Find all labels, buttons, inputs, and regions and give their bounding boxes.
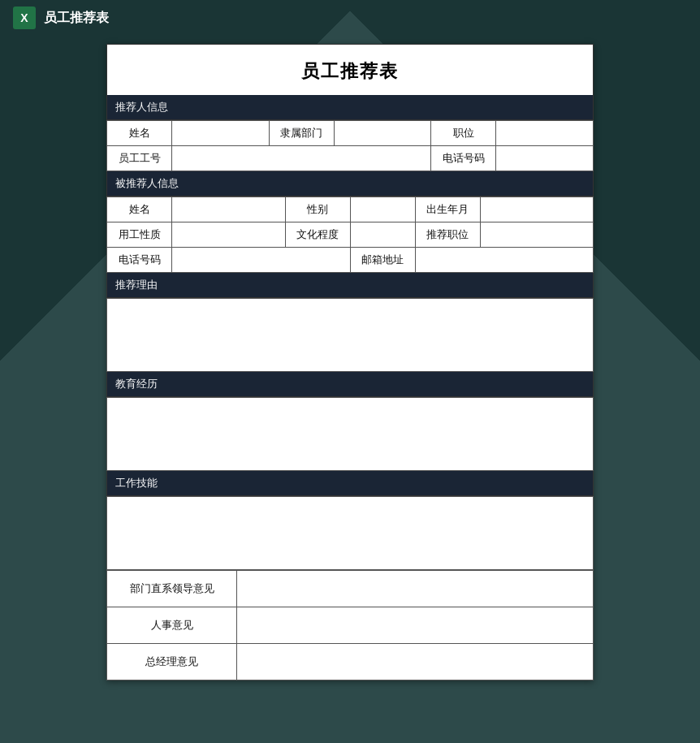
table-row: 姓名 性别 出生年月 bbox=[107, 197, 594, 222]
skills-table bbox=[106, 496, 594, 570]
opinions-table: 部门直系领导意见 人事意见 总经理意见 bbox=[106, 570, 594, 680]
table-row: 员工工号 电话号码 bbox=[107, 146, 594, 171]
table-row: 姓名 隶属部门 职位 bbox=[107, 121, 594, 146]
table-row bbox=[107, 497, 594, 570]
recommender-table: 姓名 隶属部门 职位 员工工号 电话号码 bbox=[106, 120, 594, 171]
value-name1[interactable] bbox=[172, 121, 270, 146]
title-bar: X 员工推荐表 bbox=[0, 0, 700, 36]
section-recommended-header: 被推荐人信息 bbox=[106, 171, 594, 197]
table-row bbox=[107, 299, 594, 372]
excel-icon: X bbox=[13, 6, 36, 29]
value-birthdate[interactable] bbox=[480, 197, 594, 222]
label-gender: 性别 bbox=[285, 197, 350, 222]
label-name2: 姓名 bbox=[107, 197, 172, 222]
title-bar-title: 员工推荐表 bbox=[44, 10, 109, 27]
value-hr-opinion[interactable] bbox=[237, 607, 594, 644]
label-gm-opinion: 总经理意见 bbox=[107, 644, 237, 680]
page-wrapper: 员工推荐表 推荐人信息 姓名 隶属部门 职位 员工工号 电话号码 被推荐人信息 bbox=[0, 36, 700, 743]
value-name2[interactable] bbox=[172, 197, 286, 222]
label-empno: 员工工号 bbox=[107, 146, 172, 171]
section-reason-header: 推荐理由 bbox=[106, 273, 594, 298]
label-phone2: 电话号码 bbox=[107, 248, 172, 273]
table-row: 电话号码 邮箱地址 bbox=[107, 248, 594, 273]
label-dept-opinion: 部门直系领导意见 bbox=[107, 571, 237, 607]
value-dept[interactable] bbox=[334, 121, 431, 146]
label-email: 邮箱地址 bbox=[350, 248, 415, 273]
recommended-table: 姓名 性别 出生年月 用工性质 文化程度 推荐职位 电话号码 邮箱地址 bbox=[106, 197, 594, 273]
document: 员工推荐表 推荐人信息 姓名 隶属部门 职位 员工工号 电话号码 被推荐人信息 bbox=[106, 44, 594, 680]
skills-text-area[interactable] bbox=[107, 497, 594, 570]
value-phone2[interactable] bbox=[172, 248, 351, 273]
label-position: 职位 bbox=[431, 121, 496, 146]
value-position[interactable] bbox=[496, 121, 594, 146]
label-hr-opinion: 人事意见 bbox=[107, 607, 237, 644]
section-skills-header: 工作技能 bbox=[106, 471, 594, 496]
education-text-area[interactable] bbox=[107, 398, 594, 471]
table-row: 部门直系领导意见 bbox=[107, 571, 594, 607]
value-gender[interactable] bbox=[350, 197, 415, 222]
value-empno[interactable] bbox=[172, 146, 431, 171]
value-dept-opinion[interactable] bbox=[237, 571, 594, 607]
value-phone1[interactable] bbox=[496, 146, 594, 171]
label-name1: 姓名 bbox=[107, 121, 172, 146]
label-emptype: 用工性质 bbox=[107, 222, 172, 248]
label-dept: 隶属部门 bbox=[269, 121, 334, 146]
value-gm-opinion[interactable] bbox=[237, 644, 594, 680]
table-row: 总经理意见 bbox=[107, 644, 594, 680]
value-recposition[interactable] bbox=[480, 222, 594, 248]
education-table bbox=[106, 397, 594, 471]
label-phone1: 电话号码 bbox=[431, 146, 496, 171]
table-row bbox=[107, 398, 594, 471]
document-title: 员工推荐表 bbox=[106, 44, 594, 95]
reason-table bbox=[106, 298, 594, 372]
label-education: 文化程度 bbox=[285, 222, 350, 248]
label-birthdate: 出生年月 bbox=[415, 197, 480, 222]
label-recposition: 推荐职位 bbox=[415, 222, 480, 248]
section-education-header: 教育经历 bbox=[106, 372, 594, 397]
table-row: 人事意见 bbox=[107, 607, 594, 644]
value-emptype[interactable] bbox=[172, 222, 286, 248]
reason-text-area[interactable] bbox=[107, 299, 594, 372]
section-recommender-header: 推荐人信息 bbox=[106, 95, 594, 120]
value-email[interactable] bbox=[415, 248, 594, 273]
table-row: 用工性质 文化程度 推荐职位 bbox=[107, 222, 594, 248]
value-education[interactable] bbox=[350, 222, 415, 248]
